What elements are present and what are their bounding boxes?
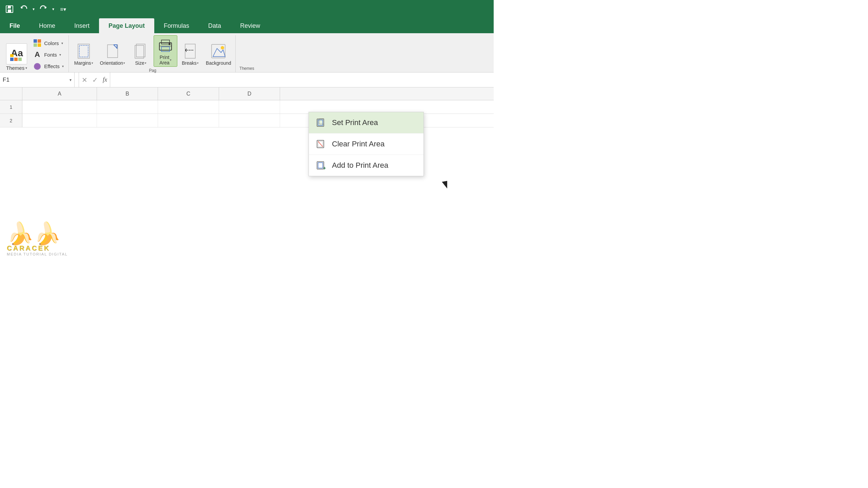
svg-rect-23	[161, 40, 170, 44]
tab-file[interactable]: File	[0, 18, 29, 33]
svg-rect-27	[185, 44, 195, 58]
redo-button[interactable]	[37, 3, 50, 15]
undo-dropdown[interactable]: ▾	[32, 6, 35, 12]
size-button[interactable]: Size ▾	[129, 41, 152, 67]
themes-group: Aa Themes ▾	[1, 35, 69, 72]
size-label: Size	[135, 60, 144, 66]
breaks-label: Breaks	[182, 60, 197, 66]
quick-access-toolbar: ▾ ▾ ≡▾	[0, 0, 494, 18]
cell-c2[interactable]	[158, 114, 219, 127]
tab-page-layout[interactable]: Page Layout	[99, 18, 154, 33]
col-header-c[interactable]: C	[158, 87, 219, 100]
size-arrow: ▾	[145, 61, 146, 65]
margins-label: Margins	[74, 60, 91, 66]
cell-b1[interactable]	[97, 100, 158, 114]
column-headers: A B C D	[0, 87, 494, 100]
svg-point-26	[169, 43, 171, 45]
print-area-icon	[157, 37, 174, 54]
insert-function-button[interactable]: fx	[103, 76, 107, 83]
tab-formulas[interactable]: Formulas	[154, 18, 199, 33]
svg-rect-38	[319, 119, 324, 124]
svg-line-19	[114, 45, 117, 48]
cell-reference: F1	[3, 77, 9, 83]
redo-dropdown[interactable]: ▾	[52, 6, 55, 12]
svg-rect-43	[318, 163, 323, 168]
tab-home[interactable]: Home	[29, 18, 65, 33]
cell-d1[interactable]	[219, 100, 280, 114]
mouse-cursor	[442, 181, 449, 189]
tab-data[interactable]: Data	[199, 18, 231, 33]
print-area-button[interactable]: Print Area ▾	[154, 35, 177, 67]
undo-button[interactable]	[18, 3, 30, 15]
col-header-b[interactable]: B	[97, 87, 158, 100]
ribbon-content: Aa Themes ▾	[0, 33, 494, 73]
background-label: Background	[206, 60, 231, 66]
add-to-print-area-icon: +	[316, 160, 327, 171]
add-to-print-area-label: Add to Print Area	[332, 161, 388, 170]
customize-qat-button[interactable]: ≡▾	[57, 3, 69, 15]
ribbon-tab-bar: File Home Insert Page Layout Formulas Da…	[0, 18, 494, 33]
clear-print-area-item[interactable]: Clear Print Area	[309, 134, 423, 155]
breaks-arrow: ▾	[197, 61, 199, 65]
formula-input[interactable]	[110, 73, 494, 87]
svg-rect-2	[8, 9, 11, 12]
background-icon	[210, 42, 227, 60]
col-header-a[interactable]: A	[22, 87, 97, 100]
formula-bar: F1 ▾ ✕ ✓ fx	[0, 73, 494, 87]
cell-b2[interactable]	[97, 114, 158, 127]
col-header-d[interactable]: D	[219, 87, 280, 100]
watermark-subtitle: MEDIA TUTORIAL DIGITAL	[7, 252, 68, 256]
cell-c1[interactable]	[158, 100, 219, 114]
cell-d2[interactable]	[219, 114, 280, 127]
set-print-area-item[interactable]: Set Print Area	[309, 112, 423, 134]
name-box[interactable]: F1 ▾	[0, 73, 75, 87]
watermark-brand: CARACEK	[7, 244, 50, 252]
margins-icon	[75, 42, 93, 60]
save-button[interactable]	[3, 3, 16, 15]
watermark: 🍌🍌 CARACEK MEDIA TUTORIAL DIGITAL	[7, 223, 68, 256]
orientation-arrow: ▾	[123, 61, 125, 65]
print-area-arrow: ▾	[170, 58, 172, 62]
print-area-dropdown: Set Print Area Clear Print Area + Add to…	[309, 112, 424, 176]
svg-line-41	[318, 141, 323, 147]
margins-arrow: ▾	[92, 61, 93, 65]
clear-print-area-icon	[316, 138, 327, 150]
page-setup-group: Margins ▾ Orientation ▾	[69, 35, 236, 72]
clear-print-area-label: Clear Print Area	[332, 140, 384, 148]
breaks-button[interactable]: Breaks ▾	[179, 41, 202, 67]
formula-controls: ✕ ✓ fx	[79, 73, 110, 87]
orientation-icon	[104, 42, 121, 60]
row-header-spacer	[0, 87, 22, 100]
size-icon	[132, 42, 150, 60]
name-box-dropdown[interactable]: ▾	[70, 78, 72, 82]
orientation-label: Orientation	[100, 60, 123, 66]
tab-review[interactable]: Review	[231, 18, 270, 33]
set-print-area-icon	[316, 117, 327, 128]
svg-rect-17	[79, 45, 88, 57]
watermark-banana: 🍌🍌	[7, 223, 61, 244]
add-to-print-area-item[interactable]: + Add to Print Area	[309, 155, 423, 176]
confirm-formula-button[interactable]: ✓	[92, 76, 98, 84]
cancel-formula-button[interactable]: ✕	[82, 76, 87, 84]
cell-a1[interactable]	[22, 100, 97, 114]
print-area-label: Print Area	[159, 55, 170, 65]
row-number-1: 1	[0, 100, 22, 114]
page-setup-group-label: Pag	[72, 68, 234, 74]
svg-rect-24	[161, 47, 170, 52]
svg-marker-31	[213, 48, 225, 57]
tab-insert[interactable]: Insert	[65, 18, 99, 33]
breaks-icon	[181, 42, 199, 60]
svg-rect-18	[107, 45, 118, 58]
cell-a2[interactable]	[22, 114, 97, 127]
orientation-button[interactable]: Orientation ▾	[97, 41, 128, 67]
svg-text:+: +	[323, 165, 326, 170]
formula-controls-dots	[75, 73, 79, 87]
margins-button[interactable]: Margins ▾	[72, 41, 96, 67]
row-number-2: 2	[0, 114, 22, 127]
svg-point-32	[221, 46, 224, 49]
background-button[interactable]: Background	[203, 41, 234, 67]
svg-rect-16	[78, 44, 90, 58]
svg-rect-37	[318, 120, 323, 125]
svg-rect-1	[7, 6, 11, 8]
svg-rect-3	[7, 6, 8, 8]
